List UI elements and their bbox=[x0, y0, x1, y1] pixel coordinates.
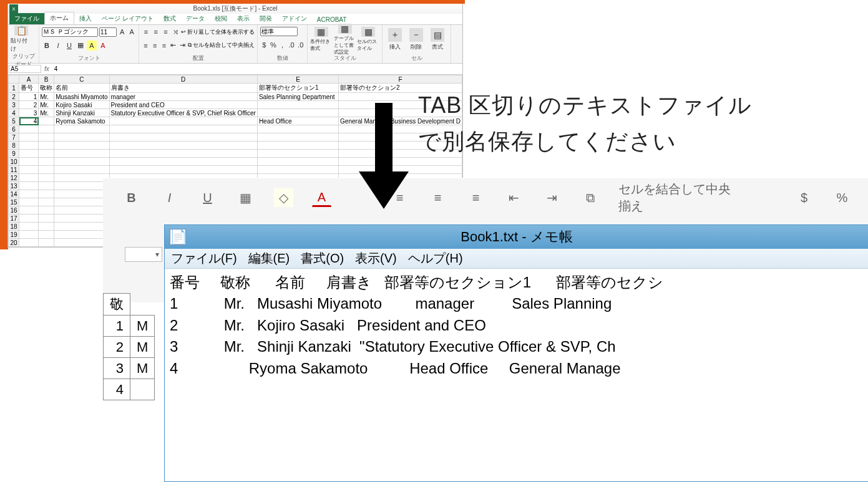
col-header-B[interactable]: B bbox=[39, 75, 54, 84]
zoom-row-4[interactable]: 4 bbox=[104, 379, 130, 400]
row-header-14[interactable]: 14 bbox=[9, 190, 19, 198]
row-header-17[interactable]: 17 bbox=[9, 214, 19, 223]
cell[interactable]: Musashi Miyamoto bbox=[54, 93, 109, 101]
cell[interactable]: 敬称 bbox=[39, 84, 54, 93]
row-header-16[interactable]: 16 bbox=[9, 206, 19, 214]
row-header-4[interactable]: 4 bbox=[9, 109, 19, 117]
row-header-8[interactable]: 8 bbox=[9, 142, 19, 150]
number-format-select[interactable] bbox=[260, 27, 298, 36]
indent-inc-icon[interactable]: ⇥ bbox=[542, 188, 562, 207]
name-box[interactable] bbox=[9, 65, 41, 73]
cell[interactable]: Ryoma Sakamoto bbox=[54, 117, 109, 125]
row-header-19[interactable]: 19 bbox=[9, 231, 19, 239]
zoom-header-B[interactable]: 敬 bbox=[104, 294, 130, 316]
increase-decimal-icon[interactable]: .0 bbox=[288, 40, 296, 50]
notepad-titlebar[interactable]: 📄 Book1.txt - メモ帳 bbox=[165, 225, 868, 249]
cell[interactable]: Shinji Kanzaki bbox=[54, 109, 109, 117]
bold-icon[interactable]: B bbox=[122, 188, 141, 207]
align-top-icon[interactable]: ≡ bbox=[142, 27, 150, 37]
tab-data[interactable]: データ bbox=[181, 13, 210, 24]
tab-view[interactable]: 表示 bbox=[232, 13, 255, 24]
cell[interactable]: Head Office bbox=[257, 117, 338, 125]
row-header-10[interactable]: 10 bbox=[9, 158, 19, 166]
border-icon[interactable]: ▦ bbox=[236, 188, 255, 207]
indent-dec-icon[interactable]: ⇤ bbox=[504, 188, 524, 207]
align-right-icon[interactable]: ≡ bbox=[160, 41, 168, 51]
align-left-icon[interactable]: ≡ bbox=[142, 41, 150, 51]
tab-developer[interactable]: 開発 bbox=[255, 13, 277, 24]
align-middle-icon[interactable]: ≡ bbox=[152, 27, 160, 37]
border-button[interactable]: ▦ bbox=[76, 41, 85, 51]
zoom-row-1[interactable]: 1 bbox=[104, 316, 130, 337]
cell[interactable] bbox=[257, 109, 338, 117]
underline-button[interactable]: U bbox=[64, 41, 74, 51]
indent-decrease-icon[interactable]: ⇤ bbox=[169, 41, 177, 51]
percent-icon[interactable]: % bbox=[832, 188, 852, 207]
menu-format[interactable]: 書式(O) bbox=[301, 250, 344, 267]
cell[interactable]: Sales Planning Department bbox=[257, 93, 338, 101]
tab-formulas[interactable]: 数式 bbox=[158, 13, 181, 24]
row-header-7[interactable]: 7 bbox=[9, 133, 19, 142]
menu-view[interactable]: 表示(V) bbox=[355, 250, 397, 267]
col-header-C[interactable]: C bbox=[54, 75, 109, 84]
fill-color-button[interactable]: A bbox=[87, 41, 97, 51]
zoom-row-2[interactable]: 2 bbox=[104, 337, 130, 358]
cell[interactable]: Kojiro Sasaki bbox=[54, 101, 109, 109]
decrease-font-icon[interactable]: A bbox=[128, 27, 137, 37]
currency-icon[interactable]: $ bbox=[260, 40, 268, 50]
row-header-13[interactable]: 13 bbox=[9, 182, 19, 190]
tab-file[interactable]: ファイル bbox=[9, 13, 44, 24]
insert-cells-button[interactable]: ＋挿入 bbox=[385, 27, 405, 52]
wrap-text-button[interactable]: ↩折り返して全体を表示する bbox=[181, 28, 255, 36]
underline-icon[interactable]: U bbox=[198, 188, 217, 207]
cell[interactable] bbox=[39, 117, 54, 125]
font-color-button[interactable]: A bbox=[98, 41, 108, 51]
tab-page-layout[interactable]: ページ レイアウト bbox=[97, 13, 158, 24]
col-header-D[interactable]: D bbox=[109, 75, 257, 84]
row-header-2[interactable]: 2 bbox=[9, 93, 19, 101]
font-size-select[interactable] bbox=[99, 27, 117, 37]
row-header-11[interactable]: 11 bbox=[9, 166, 19, 174]
cell[interactable]: 部署等のセクション1 bbox=[257, 84, 338, 93]
format-as-table-button[interactable]: ▦テーブルとして書式設定 bbox=[334, 27, 356, 52]
cell[interactable]: President and CEO bbox=[109, 101, 257, 109]
cell[interactable]: manager bbox=[109, 93, 257, 101]
tab-home[interactable]: ホーム bbox=[44, 12, 74, 24]
col-header-F[interactable]: F bbox=[339, 75, 462, 84]
excel-titlebar[interactable]: X Book1.xls [互換モード] - Excel bbox=[8, 4, 462, 14]
cell[interactable]: Statutory Executive Officer & SVP, Chief… bbox=[109, 109, 257, 117]
font-color-icon[interactable]: A bbox=[312, 188, 331, 207]
cell[interactable]: 1 bbox=[19, 93, 39, 101]
align-center-icon[interactable]: ≡ bbox=[151, 41, 159, 51]
cell[interactable]: 肩書き bbox=[109, 84, 257, 93]
currency-icon[interactable]: $ bbox=[794, 188, 814, 207]
zoom-row-3[interactable]: 3 bbox=[104, 358, 130, 379]
cell[interactable]: 3 bbox=[19, 109, 39, 117]
percent-icon[interactable]: % bbox=[270, 40, 278, 50]
increase-font-icon[interactable]: A bbox=[118, 27, 127, 37]
fx-icon[interactable]: fx bbox=[42, 65, 52, 72]
indent-increase-icon[interactable]: ⇥ bbox=[178, 41, 187, 51]
bold-button[interactable]: B bbox=[42, 41, 52, 51]
merge-icon[interactable]: ⧉ bbox=[580, 188, 600, 207]
conditional-format-button[interactable]: ▦条件付き書式 bbox=[310, 27, 333, 52]
align-right-icon[interactable]: ≡ bbox=[466, 188, 485, 207]
cell[interactable]: Mr. bbox=[39, 93, 54, 101]
italic-icon[interactable]: I bbox=[160, 188, 179, 207]
row-header-1[interactable]: 1 bbox=[9, 84, 19, 93]
cell[interactable]: 名前 bbox=[54, 84, 109, 93]
decrease-decimal-icon[interactable]: .0 bbox=[296, 40, 305, 50]
cell[interactable] bbox=[109, 117, 257, 125]
col-header-E[interactable]: E bbox=[257, 75, 338, 84]
select-all-corner[interactable] bbox=[9, 75, 19, 84]
cell-styles-button[interactable]: ▦セルのスタイル bbox=[357, 27, 379, 52]
cell[interactable] bbox=[257, 101, 338, 109]
cell[interactable]: 番号 bbox=[19, 84, 39, 93]
row-header-5[interactable]: 5 bbox=[9, 117, 19, 125]
zoom-name-box[interactable] bbox=[125, 247, 162, 262]
formula-bar[interactable]: 4 bbox=[52, 65, 462, 72]
row-header-20[interactable]: 20 bbox=[9, 239, 19, 247]
tab-review[interactable]: 校閲 bbox=[210, 13, 232, 24]
row-header-18[interactable]: 18 bbox=[9, 223, 19, 231]
cell[interactable]: Mr. bbox=[39, 109, 54, 117]
